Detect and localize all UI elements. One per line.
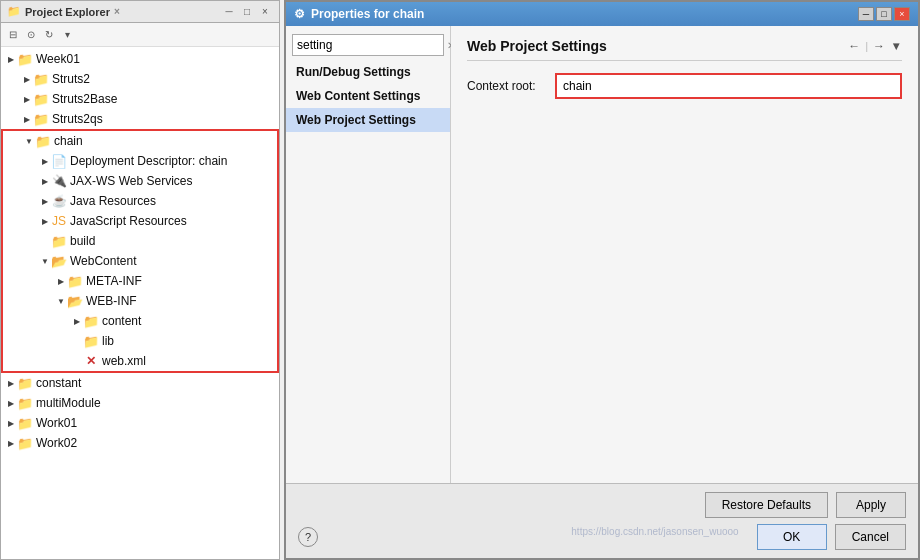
tree-item-lib[interactable]: 📁lib — [3, 331, 277, 351]
close-icon[interactable]: × — [257, 4, 273, 20]
dialog-search-input[interactable] — [297, 38, 447, 52]
tree-item-metainf[interactable]: ▶📁META-INF — [3, 271, 277, 291]
dialog-title: Properties for chain — [311, 7, 424, 21]
tree-item-jaxws[interactable]: ▶🔌JAX-WS Web Services — [3, 171, 277, 191]
context-root-input[interactable] — [557, 75, 900, 97]
tree-label-webinf: WEB-INF — [86, 294, 137, 308]
nav-arrows: ← | → ▾ — [845, 39, 902, 53]
tree-item-webcontent[interactable]: ▼📂WebContent — [3, 251, 277, 271]
tree-icon-webinf: 📂 — [67, 293, 83, 309]
tree-item-struts2base[interactable]: ▶📁Struts2Base — [1, 89, 279, 109]
forward-arrow-icon[interactable]: → — [870, 39, 888, 53]
minimize-icon[interactable]: ─ — [221, 4, 237, 20]
tree-item-week01[interactable]: ▶📁Week01 — [1, 49, 279, 69]
dialog-close-btn[interactable]: × — [894, 7, 910, 21]
tree-arrow-build[interactable] — [39, 235, 51, 247]
dialog-search-box[interactable]: ✕ — [292, 34, 444, 56]
tree-arrow-chain[interactable]: ▼ — [23, 135, 35, 147]
project-icon: 📁 — [7, 5, 21, 18]
collapse-icon[interactable]: ⊟ — [5, 27, 21, 43]
panel-titlebar: 📁 Project Explorer × ─ □ × — [1, 1, 279, 23]
tree-item-content[interactable]: ▶📁content — [3, 311, 277, 331]
tree-label-content: content — [102, 314, 141, 328]
tree-arrow-java[interactable]: ▶ — [39, 195, 51, 207]
tree-item-chain[interactable]: ▼📁chain — [3, 131, 277, 151]
tree-arrow-constant[interactable]: ▶ — [5, 377, 17, 389]
tree-arrow-webxml[interactable] — [71, 355, 83, 367]
tree-icon-webxml: ✕ — [83, 353, 99, 369]
content-header: Web Project Settings ← | → ▾ — [467, 38, 902, 61]
sync-icon[interactable]: ↻ — [41, 27, 57, 43]
dropdown-arrow-icon[interactable]: ▾ — [890, 39, 902, 53]
dialog-gear-icon: ⚙ — [294, 7, 305, 21]
tree-icon-build: 📁 — [51, 233, 67, 249]
tree-item-webinf[interactable]: ▼📂WEB-INF — [3, 291, 277, 311]
tree-arrow-struts2[interactable]: ▶ — [21, 73, 33, 85]
footer-row-defaults: Restore Defaults Apply — [298, 492, 906, 518]
footer-ok-cancel: https://blog.csdn.net/jasonsen_wuooo OK … — [571, 524, 906, 550]
tree-label-deployment: Deployment Descriptor: chain — [70, 154, 227, 168]
apply-button[interactable]: Apply — [836, 492, 906, 518]
tree-item-struts2qs[interactable]: ▶📁Struts2qs — [1, 109, 279, 129]
panel-toolbar: ⊟ ⊙ ↻ ▾ — [1, 23, 279, 47]
tree-icon-webcontent: 📂 — [51, 253, 67, 269]
tree-arrow-struts2qs[interactable]: ▶ — [21, 113, 33, 125]
dialog-minimize-btn[interactable]: ─ — [858, 7, 874, 21]
tree-label-build: build — [70, 234, 95, 248]
dialog-content: Web Project Settings ← | → ▾ Context roo… — [451, 26, 918, 483]
tree-arrow-week01[interactable]: ▶ — [5, 53, 17, 65]
tree-item-multimodule[interactable]: ▶📁multiModule — [1, 393, 279, 413]
context-root-input-wrapper — [555, 73, 902, 99]
restore-defaults-button[interactable]: Restore Defaults — [705, 492, 828, 518]
link-editor-icon[interactable]: ⊙ — [23, 27, 39, 43]
nav-item-web_content[interactable]: Web Content Settings — [286, 84, 450, 108]
footer-row-ok: ? https://blog.csdn.net/jasonsen_wuooo O… — [298, 524, 906, 550]
tree-arrow-work01[interactable]: ▶ — [5, 417, 17, 429]
watermark: https://blog.csdn.net/jasonsen_wuooo — [571, 526, 738, 550]
help-button[interactable]: ? — [298, 527, 318, 547]
tree-container: ▶📁Week01▶📁Struts2▶📁Struts2Base▶📁Struts2q… — [1, 47, 279, 559]
tree-arrow-jaxws[interactable]: ▶ — [39, 175, 51, 187]
view-menu-icon[interactable]: ▾ — [59, 27, 75, 43]
project-explorer: 📁 Project Explorer × ─ □ × ⊟ ⊙ ↻ ▾ ▶📁Wee… — [0, 0, 280, 560]
tree-arrow-multimodule[interactable]: ▶ — [5, 397, 17, 409]
tree-icon-struts2qs: 📁 — [33, 111, 49, 127]
dialog-body: ✕ Run/Debug SettingsWeb Content Settings… — [286, 26, 918, 483]
tree-arrow-javascript[interactable]: ▶ — [39, 215, 51, 227]
tree-item-work02[interactable]: ▶📁Work02 — [1, 433, 279, 453]
tree-label-java: Java Resources — [70, 194, 156, 208]
maximize-icon[interactable]: □ — [239, 4, 255, 20]
tree-item-deployment[interactable]: ▶📄Deployment Descriptor: chain — [3, 151, 277, 171]
tree-item-build[interactable]: 📁build — [3, 231, 277, 251]
context-root-label: Context root: — [467, 79, 547, 93]
nav-item-web_project[interactable]: Web Project Settings — [286, 108, 450, 132]
tree-arrow-lib[interactable] — [71, 335, 83, 347]
tree-label-week01: Week01 — [36, 52, 80, 66]
tree-arrow-webinf[interactable]: ▼ — [55, 295, 67, 307]
tree-arrow-struts2base[interactable]: ▶ — [21, 93, 33, 105]
dialog-restore-btn[interactable]: □ — [876, 7, 892, 21]
dialog-nav: ✕ Run/Debug SettingsWeb Content Settings… — [286, 26, 451, 483]
tree-item-struts2[interactable]: ▶📁Struts2 — [1, 69, 279, 89]
cancel-button[interactable]: Cancel — [835, 524, 906, 550]
tree-item-constant[interactable]: ▶📁constant — [1, 373, 279, 393]
nav-item-run_debug[interactable]: Run/Debug Settings — [286, 60, 450, 84]
tree-arrow-work02[interactable]: ▶ — [5, 437, 17, 449]
back-arrow-icon[interactable]: ← — [845, 39, 863, 53]
tree-item-webxml[interactable]: ✕web.xml — [3, 351, 277, 371]
tree-label-metainf: META-INF — [86, 274, 142, 288]
tree-item-work01[interactable]: ▶📁Work01 — [1, 413, 279, 433]
tree-arrow-content[interactable]: ▶ — [71, 315, 83, 327]
tree-arrow-metainf[interactable]: ▶ — [55, 275, 67, 287]
tree-icon-javascript: JS — [51, 213, 67, 229]
tree-arrow-webcontent[interactable]: ▼ — [39, 255, 51, 267]
tree-icon-week01: 📁 — [17, 51, 33, 67]
panel-title: 📁 Project Explorer × — [7, 5, 120, 18]
tree-arrow-deployment[interactable]: ▶ — [39, 155, 51, 167]
tree-item-java[interactable]: ▶☕Java Resources — [3, 191, 277, 211]
dialog-title-text: ⚙ Properties for chain — [294, 7, 424, 21]
tree-icon-work01: 📁 — [17, 415, 33, 431]
tree-item-javascript[interactable]: ▶JSJavaScript Resources — [3, 211, 277, 231]
content-title: Web Project Settings — [467, 38, 607, 54]
ok-button[interactable]: OK — [757, 524, 827, 550]
